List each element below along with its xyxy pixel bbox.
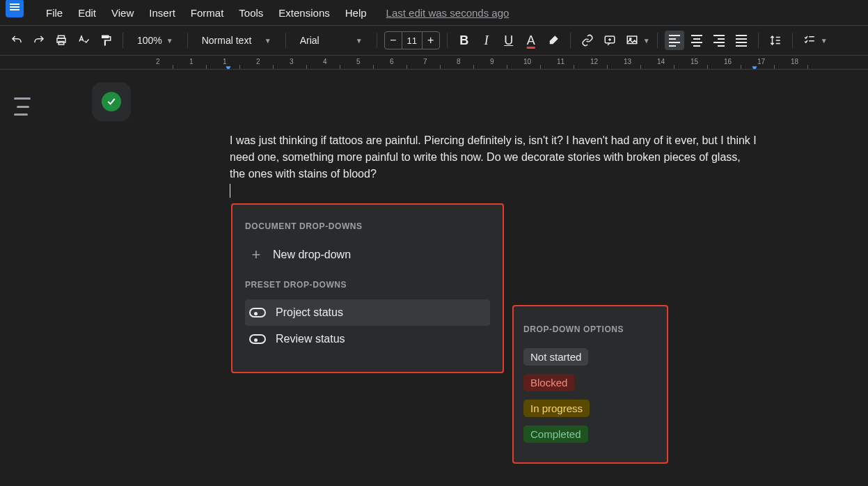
line-spacing-button[interactable] [766, 31, 785, 50]
separator [447, 33, 448, 48]
chevron-down-icon[interactable]: ▼ [821, 37, 828, 45]
menu-format[interactable]: Format [184, 4, 231, 22]
ruler-number: 2 [256, 58, 260, 65]
document-paragraph[interactable]: I was just thinking if tattoos are painf… [230, 132, 759, 182]
dropdown-insert-panel: DOCUMENT DROP-DOWNS + New drop-down PRES… [231, 203, 504, 373]
chip-icon [249, 334, 266, 344]
font-size-value[interactable]: 11 [402, 32, 423, 49]
dropdown-option-chip[interactable]: Completed [523, 425, 588, 443]
menu-insert[interactable]: Insert [142, 4, 182, 22]
options-panel-header: DROP-DOWN OPTIONS [523, 324, 657, 334]
preset-label: Project status [276, 306, 343, 319]
new-dropdown-label: New drop-down [273, 249, 351, 261]
docs-app-icon[interactable] [6, 0, 24, 17]
insert-image-button[interactable] [622, 31, 642, 50]
print-button[interactable] [52, 31, 71, 50]
ruler-number: 12 [590, 58, 598, 65]
undo-button[interactable] [7, 31, 26, 50]
menu-file[interactable]: File [39, 4, 70, 22]
font-value: Arial [300, 35, 319, 46]
indent-marker-icon[interactable]: ▼ [750, 63, 759, 70]
separator [657, 33, 658, 48]
menu-edit[interactable]: Edit [71, 4, 103, 22]
toolbar: 100% ▼ Normal text ▼ Arial ▼ − 11 + B I … [0, 25, 868, 56]
menubar: File Edit View Insert Format Tools Exten… [0, 0, 868, 25]
dropdown-options-panel: DROP-DOWN OPTIONS Not startedBlockedIn p… [512, 305, 668, 464]
checklist-button[interactable] [800, 31, 819, 50]
highlight-button[interactable] [544, 31, 563, 50]
new-dropdown-row[interactable]: + New drop-down [245, 241, 490, 269]
ruler-number: 3 [290, 58, 294, 65]
align-justify-button[interactable] [732, 31, 751, 50]
preset-project-status[interactable]: Project status [245, 299, 490, 326]
align-center-button[interactable] [687, 31, 707, 50]
add-comment-button[interactable] [600, 31, 620, 50]
ruler-number: 13 [624, 58, 631, 65]
italic-button[interactable]: I [477, 31, 496, 50]
zoom-select[interactable]: 100% ▼ [130, 31, 180, 50]
dropdown-option-chip[interactable]: Blocked [523, 374, 574, 391]
separator [187, 33, 188, 48]
separator [792, 33, 793, 48]
insert-link-button[interactable] [578, 31, 597, 50]
ruler-number: 18 [791, 58, 798, 65]
workspace: I was just thinking if tattoos are painf… [0, 70, 868, 486]
redo-button[interactable] [29, 31, 49, 50]
preset-label: Review status [276, 333, 345, 345]
chevron-down-icon: ▼ [356, 37, 363, 45]
left-gutter [0, 70, 49, 486]
panel-section-header: DOCUMENT DROP-DOWNS [245, 221, 490, 231]
ruler-number: 11 [557, 58, 565, 65]
chevron-down-icon: ▼ [265, 37, 271, 45]
ruler-number: 16 [724, 58, 732, 65]
ruler-number: 2 [156, 58, 160, 65]
decrease-font-button[interactable]: − [385, 34, 402, 47]
separator [570, 33, 571, 48]
separator [758, 33, 759, 48]
ruler-number: 7 [423, 58, 427, 65]
zoom-value: 100% [137, 35, 162, 46]
ruler-number: 14 [657, 58, 665, 65]
ruler[interactable]: 21123456789101112131415161718▼▼ [0, 56, 868, 70]
page-area: I was just thinking if tattoos are painf… [49, 70, 868, 486]
align-left-button[interactable] [665, 31, 684, 50]
align-right-button[interactable] [709, 31, 729, 50]
bold-button[interactable]: B [455, 31, 474, 50]
ruler-number: 1 [189, 58, 194, 65]
panel-section-header: PRESET DROP-DOWNS [245, 280, 490, 290]
menu-tools[interactable]: Tools [232, 4, 270, 22]
ruler-number: 4 [323, 58, 327, 65]
increase-font-button[interactable]: + [423, 34, 439, 47]
paint-format-button[interactable] [96, 31, 116, 50]
ruler-number: 6 [390, 58, 394, 65]
text-cursor [230, 184, 230, 198]
indent-marker-icon[interactable]: ▼ [224, 63, 232, 70]
underline-button[interactable]: U [499, 31, 519, 50]
preset-review-status[interactable]: Review status [245, 326, 490, 352]
ruler-number: 9 [490, 58, 494, 65]
grammar-check-badge[interactable] [92, 82, 131, 121]
menu-extensions[interactable]: Extensions [271, 4, 336, 22]
separator [377, 33, 377, 48]
chevron-down-icon: ▼ [166, 37, 173, 45]
dropdown-option-chip[interactable]: In progress [523, 400, 590, 417]
dropdown-option-chip[interactable]: Not started [523, 348, 588, 366]
check-circle-icon [102, 92, 121, 111]
spellcheck-button[interactable] [74, 31, 93, 50]
separator [123, 33, 123, 48]
separator [285, 33, 286, 48]
font-size-stepper[interactable]: − 11 + [384, 31, 440, 49]
last-edit-link[interactable]: Last edit was seconds ago [386, 7, 510, 19]
menu-view[interactable]: View [104, 4, 141, 22]
ruler-number: 10 [523, 58, 531, 65]
menu-help[interactable]: Help [338, 4, 374, 22]
style-value: Normal text [202, 35, 252, 46]
paragraph-style-select[interactable]: Normal text ▼ [195, 31, 278, 50]
text-color-button[interactable]: A [521, 31, 541, 50]
font-select[interactable]: Arial ▼ [293, 31, 370, 50]
chevron-down-icon[interactable]: ▼ [643, 37, 650, 45]
document-outline-button[interactable] [14, 97, 35, 116]
chip-icon [249, 308, 266, 318]
ruler-number: 5 [356, 58, 361, 65]
ruler-number: 15 [691, 58, 698, 65]
